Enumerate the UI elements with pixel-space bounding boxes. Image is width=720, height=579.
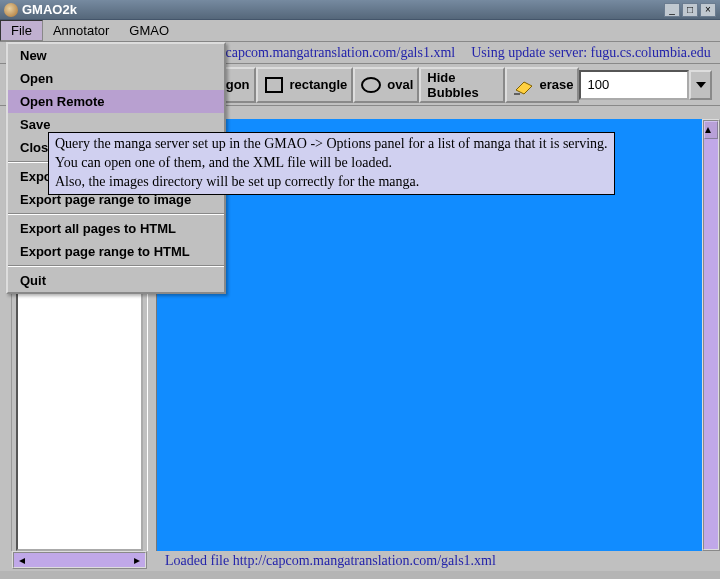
chevron-down-icon — [696, 82, 706, 88]
statusbar: Loaded file http://capcom.mangatranslati… — [157, 551, 720, 571]
hide-bubbles-label: Hide Bubbles — [427, 70, 497, 100]
scroll-right-icon[interactable]: ▸ — [129, 553, 145, 567]
rectangle-button[interactable]: rectangle — [256, 67, 354, 103]
tooltip-line-3: Also, the images directory will be set u… — [55, 173, 608, 192]
rectangle-label: rectangle — [290, 77, 348, 92]
menu-annotator[interactable]: Annotator — [43, 20, 119, 41]
open-remote-tooltip: Query the manga server set up in the GMA… — [48, 132, 615, 195]
close-button[interactable]: × — [700, 3, 716, 17]
file-open-remote[interactable]: Open Remote — [8, 90, 224, 113]
erase-size-dropdown[interactable] — [689, 70, 712, 100]
oval-label: oval — [387, 77, 413, 92]
menubar: File Annotator GMAO — [0, 20, 720, 42]
status-text: Loaded file http://capcom.mangatranslati… — [165, 553, 496, 569]
url-text: http://capcom.mangatranslation.com/gals1… — [192, 45, 455, 61]
app-icon — [4, 3, 18, 17]
tooltip-line-2: You can open one of them, and the XML fi… — [55, 154, 608, 173]
svg-marker-3 — [516, 82, 532, 94]
menu-file[interactable]: File — [0, 20, 43, 41]
file-new[interactable]: New — [8, 44, 224, 67]
file-export-range-html[interactable]: Export page range to HTML — [8, 240, 224, 263]
erase-button[interactable]: erase — [505, 67, 579, 103]
oval-icon — [355, 69, 387, 101]
erase-icon — [507, 69, 539, 101]
file-export-html[interactable]: Export all pages to HTML — [8, 217, 224, 240]
rectangle-icon — [258, 69, 290, 101]
svg-rect-1 — [266, 78, 282, 92]
thumb-hscroll[interactable]: ◂ ▸ — [12, 551, 147, 569]
scroll-up-arrow[interactable]: ▴ — [704, 121, 718, 139]
update-server-text: Using update server: fugu.cs.columbia.ed… — [471, 45, 711, 61]
oval-button[interactable]: oval — [353, 67, 419, 103]
erase-label: erase — [539, 77, 573, 92]
scroll-left-icon[interactable]: ◂ — [14, 553, 30, 567]
menu-separator — [8, 213, 224, 215]
file-quit[interactable]: Quit — [8, 269, 224, 292]
hide-bubbles-button[interactable]: Hide Bubbles — [419, 67, 505, 103]
tooltip-line-1: Query the manga server set up in the GMA… — [55, 135, 608, 154]
minimize-button[interactable]: _ — [664, 3, 680, 17]
svg-point-2 — [362, 78, 380, 92]
hscroll-row: ◂ ▸ Loaded file http://capcom.mangatrans… — [0, 551, 720, 571]
vertical-scrollbar[interactable]: ▴ — [702, 119, 720, 551]
erase-size-input[interactable] — [579, 70, 689, 100]
file-open[interactable]: Open — [8, 67, 224, 90]
maximize-button[interactable]: □ — [682, 3, 698, 17]
menu-separator — [8, 265, 224, 267]
titlebar: GMAO2k _ □ × — [0, 0, 720, 20]
menu-gmao[interactable]: GMAO — [119, 20, 179, 41]
window-title: GMAO2k — [22, 2, 664, 17]
